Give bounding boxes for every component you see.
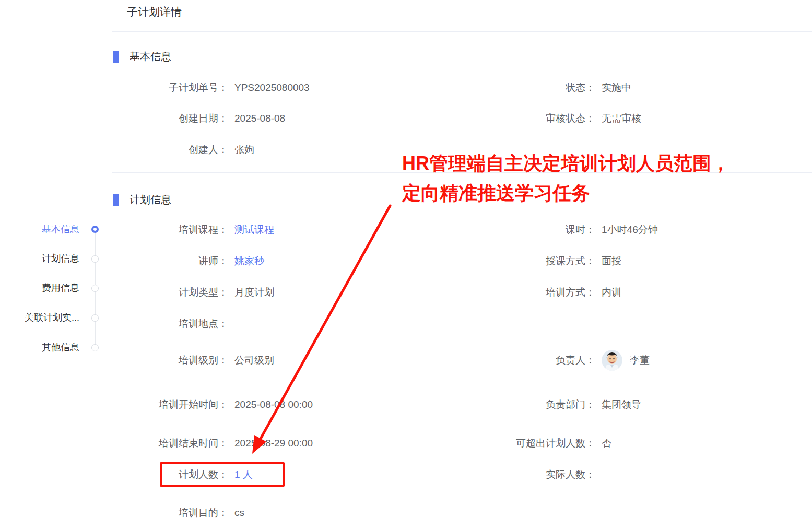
section-header-basic-info: 基本信息: [113, 50, 171, 64]
field-row: 子计划单号： YPS2025080003: [112, 81, 310, 95]
field-row: 实际人数：: [465, 468, 602, 481]
field-row: 培训开始时间： 2025-08-08 00:00: [112, 398, 313, 412]
field-row: 培训方式： 内训: [465, 286, 621, 299]
title-divider: [112, 31, 812, 32]
field-value: 2025-08-08: [234, 112, 285, 125]
owner-field-row: 负责人： 李董: [465, 350, 650, 371]
lecturer-link[interactable]: 姚家秒: [234, 254, 264, 268]
section-header-plan-info: 计划信息: [113, 193, 171, 207]
anchor-dot-active-icon: [91, 226, 99, 233]
field-label: 负责人：: [465, 350, 595, 371]
field-row: 课时： 1小时46分钟: [465, 223, 658, 237]
field-label: 授课方式：: [465, 254, 595, 268]
field-row: 状态： 实施中: [465, 81, 631, 95]
field-label: 创建人：: [112, 143, 228, 157]
field-label: 培训结束时间：: [112, 437, 228, 450]
nav-item-cost-info[interactable]: 费用信息: [0, 281, 79, 294]
field-row: 审核状态： 无需审核: [465, 112, 641, 125]
course-link[interactable]: 测试课程: [234, 223, 274, 237]
anchor-dot-icon: [91, 314, 99, 322]
nav-item-basic-info[interactable]: 基本信息: [0, 223, 79, 236]
annotation-text: HR管理端自主决定培训计划人员范围， 定向精准推送学习任务: [402, 148, 730, 208]
field-label: 培训目的：: [112, 506, 228, 520]
field-label: 培训课程：: [112, 223, 228, 237]
field-row: 培训级别： 公司级别: [112, 354, 274, 367]
field-label: 培训开始时间：: [112, 398, 228, 412]
field-label: 审核状态：: [465, 112, 595, 125]
annotation-line-2: 定向精准推送学习任务: [402, 178, 730, 208]
field-label: 创建日期：: [112, 112, 228, 125]
field-label: 培训方式：: [465, 286, 595, 299]
field-row: 培训结束时间： 2025-08-29 00:00: [112, 437, 313, 450]
nav-item-other-info[interactable]: 其他信息: [0, 341, 79, 354]
section-marker-icon: [113, 51, 119, 63]
section-divider: [112, 172, 812, 173]
section-marker-icon: [113, 194, 119, 206]
field-row: 创建人： 张姁: [112, 143, 254, 157]
field-label: 计划类型：: [112, 286, 228, 299]
planned-headcount-link[interactable]: 1 人: [234, 468, 253, 481]
section-title: 基本信息: [130, 50, 171, 64]
field-label: 培训地点：: [112, 317, 228, 331]
field-value: YPS2025080003: [234, 81, 310, 95]
field-label: 计划人数：: [112, 468, 228, 481]
field-row: 培训地点：: [112, 317, 234, 331]
field-value: 内训: [602, 286, 621, 299]
field-label: 实际人数：: [465, 468, 595, 481]
sub-plan-detail-page: 子计划详情 基本信息 计划信息 费用信息 关联计划实... 其他信息 基本信息 …: [0, 0, 812, 529]
field-row: 创建日期： 2025-08-08: [112, 112, 285, 125]
field-value: 张姁: [234, 143, 254, 157]
field-value: 面授: [602, 254, 621, 268]
field-label: 负责部门：: [465, 398, 595, 412]
field-row: 培训课程： 测试课程: [112, 223, 274, 237]
owner-name: 李董: [630, 350, 650, 371]
field-value: 公司级别: [234, 354, 274, 367]
section-title: 计划信息: [130, 193, 171, 207]
field-row: 讲师： 姚家秒: [112, 254, 264, 268]
field-value: 1小时46分钟: [602, 223, 658, 237]
nav-item-related-plan[interactable]: 关联计划实...: [0, 311, 79, 324]
field-label: 课时：: [465, 223, 595, 237]
owner-avatar: [602, 350, 622, 371]
field-label: 状态：: [465, 81, 595, 95]
annotation-arrow-icon: [209, 198, 428, 460]
field-value: 2025-08-08 00:00: [234, 398, 313, 412]
nav-item-plan-info[interactable]: 计划信息: [0, 252, 79, 265]
anchor-dot-icon: [91, 344, 99, 351]
field-value: 否: [602, 437, 611, 450]
field-label: 可超出计划人数：: [465, 437, 595, 450]
field-row: 计划人数： 1 人: [112, 468, 253, 481]
page-title: 子计划详情: [127, 4, 182, 20]
field-row: 负责部门： 集团领导: [465, 398, 641, 412]
field-value: 无需审核: [602, 112, 641, 125]
anchor-dot-icon: [91, 255, 99, 263]
field-value: cs: [234, 506, 244, 520]
field-value: 集团领导: [602, 398, 641, 412]
field-row: 计划类型： 月度计划: [112, 286, 274, 299]
field-row: 可超出计划人数： 否: [465, 437, 611, 450]
field-value: 实施中: [602, 81, 631, 95]
field-value: 2025-08-29 00:00: [234, 437, 313, 450]
field-label: 子计划单号：: [112, 81, 228, 95]
field-row: 授课方式： 面授: [465, 254, 621, 268]
field-value: 月度计划: [234, 286, 274, 299]
field-label: 培训级别：: [112, 354, 228, 367]
field-label: 讲师：: [112, 254, 228, 268]
anchor-dot-icon: [91, 285, 99, 292]
field-row: 培训目的： cs: [112, 506, 244, 520]
annotation-line-1: HR管理端自主决定培训计划人员范围，: [402, 148, 730, 178]
